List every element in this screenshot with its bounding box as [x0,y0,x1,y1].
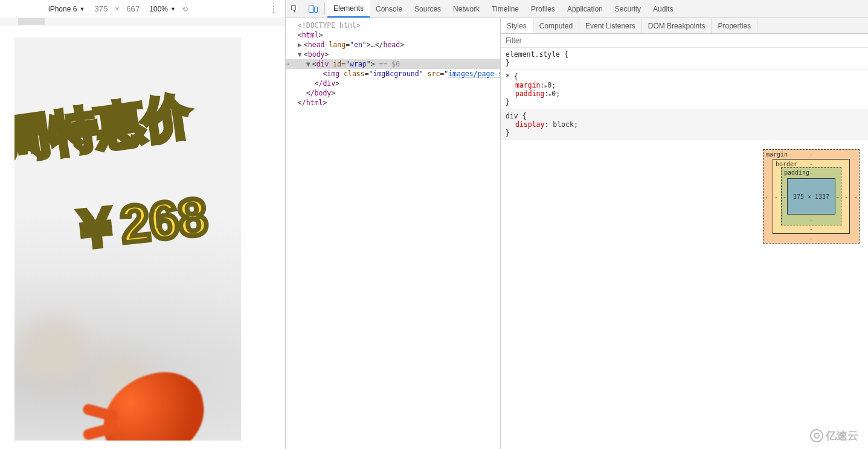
toggle-device-toolbar-icon[interactable] [304,0,322,18]
styles-filter-row [501,34,868,48]
tab-console[interactable]: Console [370,0,408,18]
dom-body-close[interactable]: </body> [286,88,500,98]
box-model-diagram[interactable]: margin -- -- border -- -- padding -- [763,149,860,244]
tab-styles[interactable]: Styles [501,18,533,33]
dom-div-close[interactable]: </div> [286,79,500,88]
rule-element-style[interactable]: element.style { } [501,48,868,70]
rule-div-ua[interactable]: div { display: block; } [501,109,868,140]
device-selector[interactable]: iPhone 6 ▼ [6,5,85,13]
svg-rect-1 [314,7,317,13]
dimension-separator: × [115,5,119,13]
device-preview-pane: iPhone 6 ▼ × 100% ▼ ⟲ ⋮ 周特惠价 ￥268 [0,0,286,449]
ruler[interactable] [0,18,285,25]
dom-wrap-selected[interactable]: ⋯ ▼<div id="wrap"> == $0 [286,59,500,69]
tab-event-listeners[interactable]: Event Listeners [579,18,642,33]
dom-doctype[interactable]: <!DOCTYPE html> [286,21,500,30]
device-toolbar: iPhone 6 ▼ × 100% ▼ ⟲ ⋮ [0,0,285,18]
rule-universal[interactable]: * { margin:▶0; padding:▶0; } [501,70,868,109]
inspect-element-icon[interactable] [286,0,304,18]
elements-tree[interactable]: <!DOCTYPE html> <html> ▶<head lang="en">… [286,18,501,449]
rotate-icon[interactable]: ⟲ [182,5,188,13]
dom-head[interactable]: ▶<head lang="en">…</head> [286,40,500,50]
dom-html-close[interactable]: </html> [286,98,500,108]
zoom-value: 100% [149,5,168,13]
chevron-down-icon: ▼ [170,6,176,12]
watermark: 亿速云 [810,428,858,443]
width-input[interactable] [91,4,111,13]
kebab-menu-icon[interactable]: ⋮ [269,4,278,14]
tab-profiles[interactable]: Profiles [525,0,561,18]
tab-dom-breakpoints[interactable]: DOM Breakpoints [642,18,712,33]
device-name: iPhone 6 [48,5,77,13]
tab-computed[interactable]: Computed [533,18,579,33]
css-rules[interactable]: element.style { } * { margin:▶0; padding… [501,48,868,449]
styles-tabbar: Styles Computed Event Listeners DOM Brea… [501,18,868,34]
dimension-controls: × [91,4,143,13]
styles-filter-input[interactable] [501,34,868,47]
svg-rect-0 [309,5,313,13]
tab-sources[interactable]: Sources [408,0,447,18]
styles-panel: Styles Computed Event Listeners DOM Brea… [501,18,868,449]
promo-price: ￥268 [66,181,211,266]
device-frame[interactable]: 周特惠价 ￥268 [14,37,241,441]
tab-application[interactable]: Application [561,0,609,18]
dom-html-open[interactable]: <html> [286,30,500,40]
tab-timeline[interactable]: Timeline [486,0,525,18]
chevron-down-icon: ▼ [79,6,85,12]
tab-audits[interactable]: Audits [647,0,679,18]
devtools-pane: Elements Console Sources Network Timelin… [286,0,868,449]
tab-elements[interactable]: Elements [327,0,370,18]
page-content: 周特惠价 ￥268 [14,37,241,441]
watermark-icon [810,429,823,442]
box-padding-label: padding [784,169,809,176]
dom-img[interactable]: <img class="imgBcground" src="images/pag… [286,69,500,79]
box-border-label: border [776,161,797,167]
zoom-selector[interactable]: 100% ▼ [149,5,176,13]
height-input[interactable] [123,4,143,13]
tab-properties[interactable]: Properties [712,18,757,33]
box-content-size: 375 × 1337 [787,178,835,215]
preview-area: 周特惠价 ￥268 [0,25,285,449]
dom-body-open[interactable]: ▼<body> [286,50,500,59]
promo-headline: 周特惠价 [14,91,193,164]
tab-network[interactable]: Network [447,0,486,18]
decorative-blur [21,320,87,386]
box-margin-label: margin [766,151,788,158]
tab-security[interactable]: Security [609,0,647,18]
devtools-tabbar: Elements Console Sources Network Timelin… [286,0,868,18]
